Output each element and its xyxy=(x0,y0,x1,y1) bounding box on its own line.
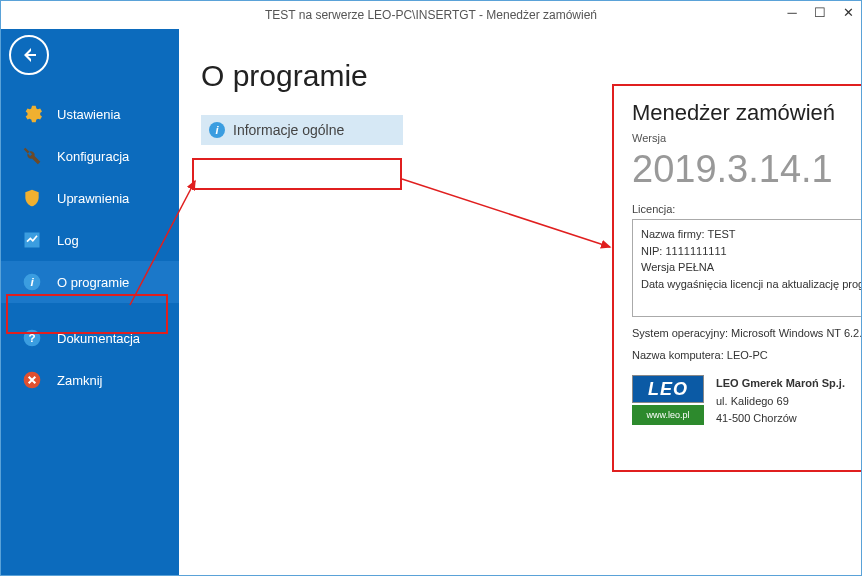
info-icon: i xyxy=(21,271,43,293)
logo-bottom: www.leo.pl xyxy=(632,405,704,425)
window-controls: ─ ☐ ✕ xyxy=(785,5,855,19)
vendor-city: 41-500 Chorzów xyxy=(716,410,845,428)
computer-name: Nazwa komputera: LEO-PC xyxy=(632,349,862,361)
product-name: Menedżer zamówień xyxy=(632,100,862,126)
back-arrow-icon xyxy=(19,45,39,65)
version-label: Wersja xyxy=(632,132,862,144)
gear-icon xyxy=(21,103,43,125)
tab-label: Informacje ogólne xyxy=(233,122,344,138)
sidebar-item-docs[interactable]: ? Dokumentacja xyxy=(1,317,179,359)
vendor-name: LEO Gmerek Maroń Sp.j. xyxy=(716,375,845,393)
sidebar-item-permissions[interactable]: Uprawnienia xyxy=(1,177,179,219)
sidebar-item-config[interactable]: Konfiguracja xyxy=(1,135,179,177)
shield-icon xyxy=(21,187,43,209)
vendor-address: LEO Gmerek Maroń Sp.j. ul. Kalidego 69 4… xyxy=(716,375,845,428)
license-nip: NIP: 1111111111 xyxy=(641,243,862,260)
window-title: TEST na serwerze LEO-PC\INSERTGT - Mened… xyxy=(1,8,861,22)
sidebar-item-log[interactable]: Log xyxy=(1,219,179,261)
vendor-street: ul. Kalidego 69 xyxy=(716,393,845,411)
minimize-button[interactable]: ─ xyxy=(785,5,799,19)
sidebar: Ustawienia Konfiguracja Uprawnienia Log … xyxy=(1,29,179,575)
sidebar-label: Zamknij xyxy=(57,373,103,388)
sidebar-label: Uprawnienia xyxy=(57,191,129,206)
sidebar-item-close[interactable]: Zamknij xyxy=(1,359,179,401)
svg-text:?: ? xyxy=(28,331,35,344)
back-button[interactable] xyxy=(9,35,49,75)
version-number: 2019.3.14.1 xyxy=(632,148,862,191)
main-content: O programie i Informacje ogólne Menedżer… xyxy=(179,29,861,575)
close-icon xyxy=(21,369,43,391)
info-small-icon: i xyxy=(209,122,225,138)
maximize-button[interactable]: ☐ xyxy=(813,5,827,19)
sidebar-label: Dokumentacja xyxy=(57,331,140,346)
sidebar-label: Log xyxy=(57,233,79,248)
info-panel: Menedżer zamówień Wersja 2019.3.14.1 Lic… xyxy=(612,84,862,472)
sidebar-label: O programie xyxy=(57,275,129,290)
sidebar-item-about[interactable]: i O programie xyxy=(1,261,179,303)
sidebar-label: Ustawienia xyxy=(57,107,121,122)
svg-rect-0 xyxy=(26,54,36,56)
help-icon: ? xyxy=(21,327,43,349)
tools-icon xyxy=(21,145,43,167)
log-icon xyxy=(21,229,43,251)
vendor-logo: LEO www.leo.pl xyxy=(632,375,704,425)
os-info: System operacyjny: Microsoft Windows NT … xyxy=(632,327,862,339)
license-box: Nazwa firmy: TEST NIP: 1111111111 Wersja… xyxy=(632,219,862,317)
tab-general-info[interactable]: i Informacje ogólne xyxy=(201,115,403,145)
sidebar-label: Konfiguracja xyxy=(57,149,129,164)
license-edition: Wersja PEŁNA xyxy=(641,259,862,276)
sidebar-item-settings[interactable]: Ustawienia xyxy=(1,93,179,135)
titlebar: TEST na serwerze LEO-PC\INSERTGT - Mened… xyxy=(1,1,861,29)
license-expiry: Data wygaśnięcia licencji na aktualizacj… xyxy=(641,276,862,293)
license-label: Licencja: xyxy=(632,203,862,215)
license-company: Nazwa firmy: TEST xyxy=(641,226,862,243)
close-window-button[interactable]: ✕ xyxy=(841,5,855,19)
logo-top: LEO xyxy=(632,375,704,403)
